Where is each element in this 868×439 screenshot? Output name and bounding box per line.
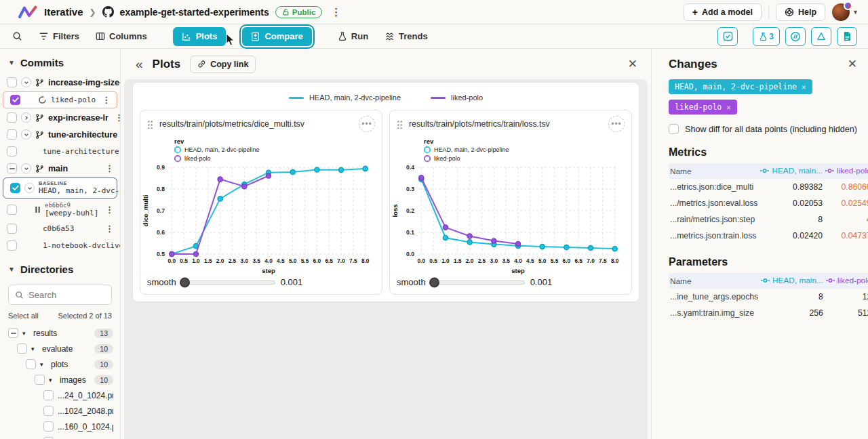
export-csv-button[interactable]: [837, 27, 857, 46]
checkbox[interactable]: [7, 129, 17, 140]
table-row[interactable]: ...ine_tune_args.epochs812: [669, 289, 868, 305]
chevron-down-icon[interactable]: ▼: [8, 59, 15, 66]
chip-remove-icon[interactable]: ✕: [802, 83, 806, 91]
smooth-slider-track[interactable]: [180, 280, 275, 285]
row-menu-kebab-icon[interactable]: ⋮: [103, 205, 116, 215]
checkbox[interactable]: [10, 95, 20, 105]
close-changes-icon[interactable]: ✕: [848, 57, 857, 71]
commit-row-[weepy-buhl][interactable]: eb6b6c9[weepy-buhl]⋮: [0, 199, 120, 220]
row-menu-kebab-icon[interactable]: ⋮: [103, 163, 116, 173]
trends-button[interactable]: Trends: [384, 31, 428, 41]
repo-menu-kebab-icon[interactable]: ⋮: [328, 7, 344, 17]
help-button[interactable]: Help: [776, 3, 825, 21]
copy-link-button[interactable]: Copy link: [190, 56, 256, 73]
table-row[interactable]: .../metrics.json:eval.loss0.020530.02549: [669, 195, 868, 211]
chevron-down-icon[interactable]: [21, 163, 31, 173]
user-menu[interactable]: ▼: [832, 3, 859, 21]
checkbox[interactable]: [43, 421, 54, 432]
avatar[interactable]: [832, 3, 850, 21]
checkbox[interactable]: [7, 205, 17, 215]
columns-button[interactable]: Columns: [96, 31, 147, 41]
smooth-slider-track[interactable]: [430, 280, 525, 285]
commit-row-tune-architecture[interactable]: tune-architecture⋮: [0, 126, 120, 143]
experiments-count-button[interactable]: 3: [753, 27, 780, 46]
commit-row-tune-architecture[interactable]: tune-architecture⋮: [0, 143, 120, 160]
checkbox[interactable]: [43, 390, 54, 400]
tree-row-...24_0_1024.png[interactable]: ...24_0_1024.png: [0, 388, 120, 403]
plots-button[interactable]: Plots: [173, 27, 226, 46]
chevron-down-icon[interactable]: [21, 77, 31, 87]
table-row[interactable]: ...rain/metrics.json:step84: [669, 211, 868, 228]
checkbox[interactable]: [7, 146, 17, 156]
run-button[interactable]: Run: [338, 31, 368, 41]
tree-row-...160_0_1024.png[interactable]: ...160_0_1024.png: [0, 419, 120, 434]
column-header[interactable]: Name: [669, 163, 759, 179]
add-model-button[interactable]: + Add a model: [684, 3, 762, 21]
repo-name[interactable]: example-get-started-experiments: [120, 7, 269, 18]
column-header[interactable]: liked-polo: [824, 163, 868, 179]
tree-row-...1024_2048.png[interactable]: ...1024_2048.png: [0, 403, 120, 419]
close-plots-icon[interactable]: ✕: [628, 57, 637, 71]
caret-down-icon[interactable]: ▾: [22, 330, 29, 337]
table-row[interactable]: ...s.yaml:train.img_size256512: [669, 305, 868, 321]
plot-menu-button[interactable]: •••: [608, 116, 625, 132]
select-check-button[interactable]: [717, 27, 738, 46]
tree-row-...2816_3840.png[interactable]: ...2816_3840.png: [0, 434, 120, 439]
chevron-down-icon[interactable]: [24, 183, 35, 193]
search-input[interactable]: [28, 290, 103, 300]
tree-row-evaluate[interactable]: ▾evaluate10: [0, 341, 120, 356]
chevron-down-icon[interactable]: [21, 129, 31, 140]
row-menu-kebab-icon[interactable]: ⋮: [103, 224, 116, 234]
tree-row-results[interactable]: ▾results13: [0, 325, 120, 341]
show-diff-checkbox[interactable]: [669, 124, 679, 134]
filters-button[interactable]: Filters: [39, 31, 79, 41]
smooth-slider-handle[interactable]: [180, 277, 190, 287]
chevron-down-icon[interactable]: ▼: [8, 266, 15, 273]
checkbox[interactable]: [10, 183, 20, 193]
caret-down-icon[interactable]: ▾: [31, 346, 38, 352]
column-header[interactable]: HEAD, main...: [759, 163, 824, 179]
drag-handle-icon[interactable]: [397, 120, 403, 129]
chip-remove-icon[interactable]: ✕: [726, 103, 731, 112]
caret-down-icon[interactable]: ▾: [40, 361, 47, 368]
commit-row-exp-increase-lr[interactable]: exp-increase-lr⋮: [0, 109, 120, 126]
tree-row-images[interactable]: ▾images10: [0, 372, 120, 388]
table-row[interactable]: ...metrics.json:train.loss0.024200.04737: [669, 228, 868, 244]
commit-row-liked-polo[interactable]: liked-polo⋮: [3, 91, 117, 108]
checkbox[interactable]: [17, 343, 27, 354]
compare-button[interactable]: Compare: [242, 27, 311, 46]
column-header[interactable]: HEAD, main...: [760, 273, 825, 289]
row-menu-kebab-icon[interactable]: ⋮: [113, 112, 121, 123]
caret-down-icon[interactable]: ▾: [49, 377, 56, 383]
column-header[interactable]: liked-polo: [825, 273, 868, 289]
smooth-slider-handle[interactable]: [429, 277, 439, 287]
search-icon[interactable]: [12, 31, 22, 41]
select-all-link[interactable]: Select all: [8, 312, 39, 320]
delta-button[interactable]: [811, 27, 831, 46]
hide-button[interactable]: [785, 27, 806, 46]
column-header[interactable]: Name: [669, 273, 760, 289]
checkbox[interactable]: [35, 375, 45, 385]
checkbox[interactable]: [43, 406, 54, 416]
commit-row-main[interactable]: main⋮: [0, 160, 120, 177]
checkbox[interactable]: [7, 224, 17, 234]
drag-handle-icon[interactable]: [147, 120, 153, 129]
commit-row-c0b6a53[interactable]: c0b6a53⋮: [0, 220, 120, 237]
tree-row-plots[interactable]: ▾plots10: [0, 356, 120, 372]
collapse-panel-button[interactable]: «: [136, 58, 143, 70]
directories-search[interactable]: [8, 285, 112, 305]
row-menu-kebab-icon[interactable]: ⋮: [100, 95, 113, 105]
checkbox[interactable]: [7, 112, 17, 123]
checkbox[interactable]: [7, 241, 17, 251]
checkbox[interactable]: [8, 328, 18, 338]
checkbox[interactable]: [7, 77, 17, 87]
commit-row-1-notebook-dvclive[interactable]: 1-notebook-dvclive⋮: [0, 237, 120, 254]
table-row[interactable]: ...etrics.json:dice_multi0.893820.86066: [669, 179, 868, 195]
plot-menu-button[interactable]: •••: [359, 116, 375, 132]
checkbox[interactable]: [26, 359, 36, 369]
checkbox[interactable]: [7, 163, 17, 173]
commit-row-increase-img-size-epochs[interactable]: increase-img-size-epochs: [0, 74, 120, 91]
chevron-right-icon[interactable]: [21, 112, 31, 123]
commit-row-HEAD, main, 2-dvc-pip…[interactable]: BASELINEHEAD, main, 2-dvc-pip…⋮: [3, 177, 117, 198]
brand-name[interactable]: Iterative: [44, 6, 83, 18]
